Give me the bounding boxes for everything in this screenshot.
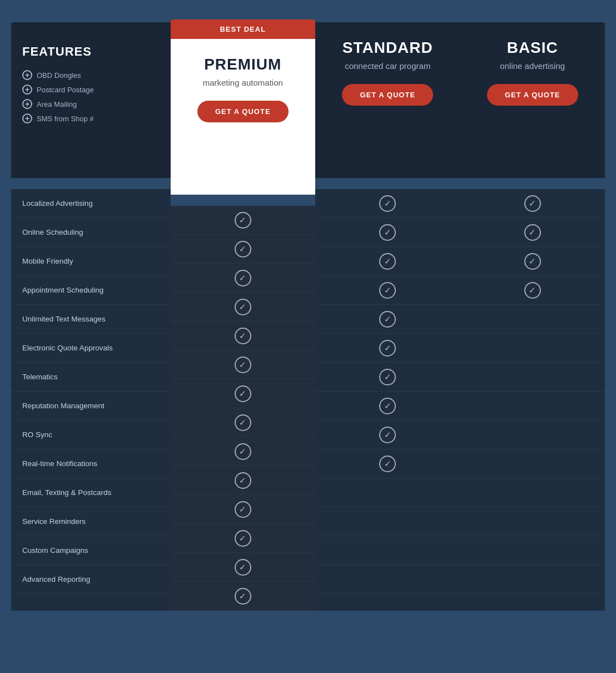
feature-label: Advanced Reporting: [22, 575, 90, 583]
standard-feature-cell: ✓: [315, 420, 460, 449]
checkmark: ✓: [384, 459, 391, 468]
check-circle: ✓: [235, 443, 251, 460]
standard-header: STANDARD connected car program GET A QUO…: [315, 22, 460, 178]
check-circle: ✓: [379, 340, 396, 357]
premium-feature-cell: ✓: [171, 524, 315, 553]
features-header: FEATURES + OBD Dongles + Postcard Postag…: [11, 22, 171, 178]
basic-cta-button[interactable]: GET A QUOTE: [487, 84, 578, 106]
check-circle: ✓: [235, 241, 251, 258]
feature-name-row: Unlimited Text Messages: [11, 305, 171, 334]
feature-name-row: Localized Advertising: [11, 189, 171, 218]
standard-feature-cell: ✓: [315, 363, 460, 392]
basic-divider: [460, 178, 605, 189]
check-circle: ✓: [379, 253, 396, 270]
feature-label: Localized Advertising: [22, 199, 93, 207]
basic-feature-cell: ✓: [460, 218, 605, 247]
feature-label: Unlimited Text Messages: [22, 315, 106, 323]
basic-feature-cell: ✓: [460, 247, 605, 276]
checkmark: ✓: [239, 216, 246, 224]
feature-label: Electronic Quote Approvals: [22, 344, 113, 352]
basic-feature-cell: [460, 392, 605, 420]
checkmark: ✓: [529, 199, 536, 207]
check-circle: ✓: [235, 357, 251, 373]
feature-name-row: Custom Campaigns: [11, 536, 171, 565]
check-circle: ✓: [235, 328, 251, 344]
features-column: FEATURES + OBD Dongles + Postcard Postag…: [11, 22, 171, 611]
check-circle: ✓: [235, 212, 251, 229]
plus-icon-3: +: [22, 99, 32, 109]
premium-feature-cell: ✓: [171, 264, 315, 293]
basic-body: ✓✓✓✓: [460, 189, 605, 611]
checkmark: ✓: [239, 476, 246, 484]
checkmark: ✓: [239, 274, 246, 282]
standard-feature-cell: ✓: [315, 334, 460, 363]
premium-feature-cell: ✓: [171, 321, 315, 350]
basic-feature-cell: [460, 565, 605, 594]
check-circle: ✓: [235, 385, 251, 402]
include-item-1: + OBD Dongles: [22, 70, 81, 80]
check-circle: ✓: [235, 559, 251, 576]
check-circle: ✓: [235, 472, 251, 489]
feature-label: Appointment Scheduling: [22, 286, 103, 294]
checkmark: ✓: [529, 286, 536, 294]
feature-label: Email, Texting & Postcards: [22, 488, 111, 497]
check-circle: ✓: [379, 369, 396, 385]
check-circle: ✓: [379, 456, 396, 472]
feature-name-row: Service Reminders: [11, 507, 171, 536]
standard-feature-cell: [315, 536, 460, 565]
basic-feature-cell: [460, 363, 605, 392]
premium-feature-cell: ✓: [171, 466, 315, 495]
include-item-3: + Area Mailing: [22, 99, 77, 109]
pricing-table: FEATURES + OBD Dongles + Postcard Postag…: [11, 22, 605, 611]
checkmark: ✓: [384, 228, 391, 236]
premium-feature-cell: ✓: [171, 293, 315, 321]
check-circle: ✓: [235, 299, 251, 315]
check-circle: ✓: [379, 282, 396, 299]
check-circle: ✓: [524, 253, 541, 270]
standard-subtitle: connected car program: [345, 61, 430, 71]
checkmark: ✓: [529, 228, 536, 236]
feature-name-row: Real-time Notifications: [11, 449, 171, 478]
features-title: FEATURES: [22, 44, 92, 59]
feature-label: Reputation Management: [22, 402, 105, 410]
premium-feature-cell: ✓: [171, 553, 315, 582]
checkmark: ✓: [384, 430, 391, 439]
checkmark: ✓: [239, 447, 246, 456]
checkmark: ✓: [239, 505, 246, 513]
check-circle: ✓: [235, 588, 251, 605]
checkmark: ✓: [239, 360, 246, 369]
feature-label: Telematics: [22, 373, 58, 381]
check-circle: ✓: [379, 398, 396, 414]
basic-feature-cell: ✓: [460, 189, 605, 218]
feature-label: RO Sync: [22, 430, 52, 439]
standard-divider: [315, 178, 460, 189]
premium-feature-cell: ✓: [171, 379, 315, 408]
basic-feature-cell: [460, 536, 605, 565]
premium-feature-cell: ✓: [171, 350, 315, 379]
feature-label: Online Scheduling: [22, 228, 83, 236]
checkmark: ✓: [384, 344, 391, 352]
standard-feature-cell: ✓: [315, 392, 460, 420]
check-circle: ✓: [524, 224, 541, 241]
check-circle: ✓: [524, 195, 541, 212]
check-circle: ✓: [379, 224, 396, 241]
feature-name-row: Online Scheduling: [11, 218, 171, 247]
basic-feature-cell: [460, 420, 605, 449]
basic-feature-cell: [460, 507, 605, 536]
basic-feature-cell: [460, 478, 605, 507]
feature-name-row: Appointment Scheduling: [11, 276, 171, 305]
standard-feature-cell: [315, 507, 460, 536]
check-circle: ✓: [524, 282, 541, 299]
feature-name-row: Advanced Reporting: [11, 565, 171, 594]
features-body: Localized AdvertisingOnline SchedulingMo…: [11, 189, 171, 611]
standard-cta-button[interactable]: GET A QUOTE: [342, 84, 433, 106]
checkmark: ✓: [239, 303, 246, 311]
standard-title: STANDARD: [342, 39, 433, 57]
checkmark: ✓: [384, 315, 391, 323]
feature-name-row: Mobile Friendly: [11, 247, 171, 276]
check-circle: ✓: [379, 195, 396, 212]
basic-feature-cell: [460, 305, 605, 334]
premium-cta-button[interactable]: GET A QUOTE: [197, 101, 289, 122]
checkmark: ✓: [239, 331, 246, 340]
checkmark: ✓: [239, 418, 246, 427]
